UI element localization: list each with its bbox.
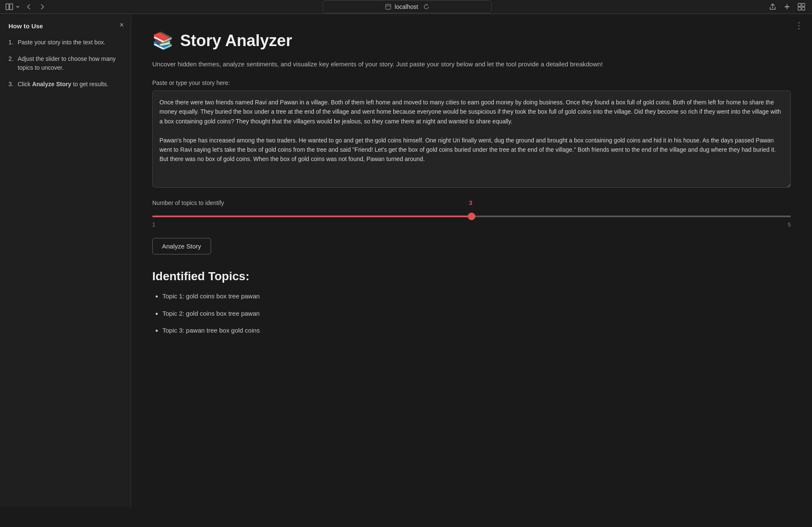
sidebar-step-3: 3. Click Analyze Story to get results. [8,80,122,89]
step-2-number: 2. [8,55,14,72]
step-3-number: 3. [8,80,14,89]
url-text: localhost [395,3,418,10]
step-1-number: 1. [8,38,14,47]
browser-titlebar: localhost [0,0,812,14]
topics-list: Topic 1: gold coins box tree pawan Topic… [152,292,791,336]
browser-chrome: localhost [0,0,812,14]
address-bar[interactable]: localhost [323,0,492,13]
topic-item-2: Topic 2: gold coins box tree pawan [162,309,791,319]
forward-button[interactable] [37,2,47,12]
sidebar-steps-list: 1. Paste your story into the text box. 2… [8,38,122,89]
story-textarea-label: Paste or type your story here: [152,79,791,86]
reload-icon[interactable] [423,4,429,10]
slider-range-labels: 1 5 [152,221,791,228]
svg-rect-0 [6,4,9,10]
step-3-text: Click Analyze Story to get results. [18,80,109,89]
step-1-text: Paste your story into the text box. [18,38,106,47]
svg-rect-1 [10,4,13,10]
slider-section: Number of topics to identify 3 1 5 [152,199,791,228]
address-bar-container: localhost [51,0,764,13]
toolbar-right [767,1,807,12]
topic-item-1: Topic 1: gold coins box tree pawan [162,292,791,301]
topic-item-3: Topic 3: pawan tree box gold coins [162,326,791,336]
sidebar-step-1: 1. Paste your story into the text box. [8,38,122,47]
page-icon [385,4,391,10]
slider-value-bubble: 3 [469,199,472,206]
topic-count-slider[interactable] [152,216,791,217]
more-options-button[interactable]: ⋮ [793,19,805,32]
story-textarea[interactable]: Once there were two friends named Ravi a… [152,90,791,188]
sidebar-toggle[interactable] [5,3,20,11]
analyze-story-bold: Analyze Story [32,81,71,87]
step-2-text: Adjust the slider to choose how many top… [18,55,122,72]
page-title: Story Analyzer [180,32,292,50]
context-menu-button-area: ⋮ [793,19,805,32]
page-icon-emoji: 📚 [152,31,173,51]
main-layout: × How to Use 1. Paste your story into th… [0,14,812,507]
share-button[interactable] [767,1,778,12]
svg-rect-4 [798,3,801,6]
svg-rect-7 [802,7,805,10]
slider-container: 3 [152,211,791,219]
results-title: Identified Topics: [152,270,791,283]
back-button[interactable] [24,2,34,12]
slider-max-label: 5 [788,221,791,228]
analyze-story-button[interactable]: Analyze Story [152,238,211,254]
sidebar-step-2: 2. Adjust the slider to choose how many … [8,55,122,72]
svg-rect-2 [386,4,391,9]
page-header: 📚 Story Analyzer [152,31,791,51]
content-area: 📚 Story Analyzer Uncover hidden themes, … [131,14,812,507]
sidebar-close-button[interactable]: × [118,19,126,31]
svg-rect-5 [802,3,805,6]
sidebar: × How to Use 1. Paste your story into th… [0,14,131,507]
svg-rect-6 [798,7,801,10]
page-description: Uncover hidden themes, analyze sentiment… [152,59,791,69]
new-tab-button[interactable] [782,1,793,12]
slider-min-label: 1 [152,221,155,228]
sidebar-title: How to Use [8,22,122,30]
tabs-button[interactable] [796,1,807,12]
